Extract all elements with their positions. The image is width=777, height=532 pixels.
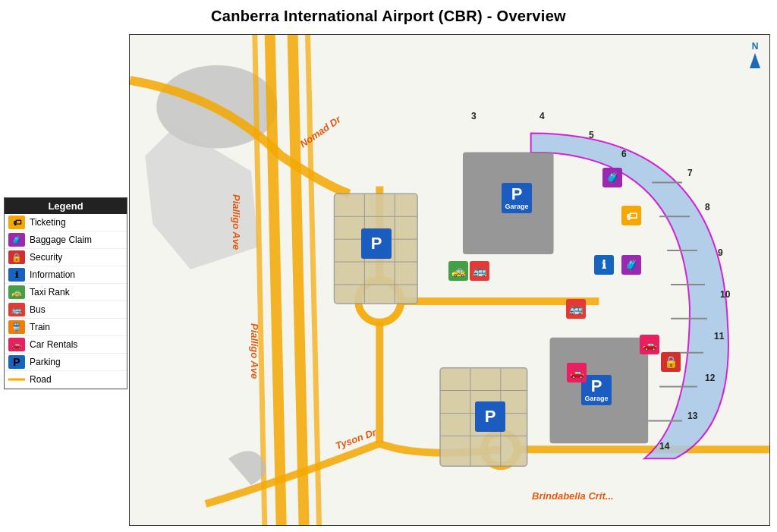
car-rentals-icon: 🚗 bbox=[8, 338, 25, 351]
map-icon-baggage-claim-upper: 🧳 bbox=[602, 168, 622, 187]
train-icon: 🚆 bbox=[8, 320, 25, 334]
gate-10: 10 bbox=[720, 289, 730, 300]
legend-item-car-rentals: 🚗 Car Rentals bbox=[5, 336, 127, 354]
legend-item-parking: P Parking bbox=[5, 354, 127, 371]
gate-3: 3 bbox=[471, 111, 477, 121]
map-icon-baggage-claim-lower: 🧳 bbox=[621, 255, 641, 275]
road-label-pialligo-ave-2: Pialligo Ave bbox=[249, 323, 260, 379]
map-icon-ticketing: 🏷 bbox=[621, 206, 641, 225]
legend-title: Legend bbox=[5, 198, 127, 214]
information-icon: ℹ bbox=[8, 268, 25, 282]
page-title: Canberra International Airport (CBR) - O… bbox=[0, 0, 777, 30]
gate-14: 14 bbox=[659, 441, 669, 452]
north-arrow: N bbox=[750, 41, 760, 68]
map-icon-bus-lower: 🚌 bbox=[566, 299, 586, 319]
gate-7: 7 bbox=[687, 168, 693, 178]
legend-item-taxi-rank: 🚕 Taxi Rank bbox=[5, 284, 127, 301]
map-icon-taxi-upper: 🚕 bbox=[448, 261, 468, 281]
taxi-icon: 🚕 bbox=[8, 285, 25, 299]
legend-item-baggage-claim: 🧳 Baggage Claim bbox=[5, 231, 127, 249]
security-icon: 🔒 bbox=[8, 250, 25, 264]
parking-sign-garage-upper: P Garage bbox=[502, 183, 532, 213]
gate-6: 6 bbox=[621, 149, 627, 159]
legend-item-train: 🚆 Train bbox=[5, 319, 127, 336]
gate-8: 8 bbox=[705, 202, 710, 212]
map-icon-taxi-lower: 🚗 bbox=[567, 363, 587, 382]
north-arrow-icon bbox=[750, 53, 760, 68]
map-container: N P P Garage P Garage P Nomad Dr Piallig… bbox=[129, 34, 770, 526]
legend-item-security: 🔒 Security bbox=[5, 249, 127, 266]
legend-item-road: Road bbox=[5, 371, 127, 389]
gate-12: 12 bbox=[705, 373, 715, 383]
gate-13: 13 bbox=[687, 411, 697, 421]
legend-item-information: ℹ Information bbox=[5, 266, 127, 284]
legend-item-ticketing: 🏷 Ticketing bbox=[5, 214, 127, 231]
parking-sign-lower: P bbox=[475, 401, 505, 432]
gate-5: 5 bbox=[589, 130, 594, 140]
legend-item-bus: 🚌 Bus bbox=[5, 301, 127, 319]
road-label-pialligo-ave-1: Pialligo Ave bbox=[231, 194, 242, 250]
map-icon-security: 🔒 bbox=[661, 352, 681, 372]
map-icon-car-rental: 🚗 bbox=[640, 335, 659, 354]
map-icon-information: ℹ bbox=[594, 255, 614, 275]
baggage-claim-icon: 🧳 bbox=[8, 233, 25, 247]
ticketing-icon: 🏷 bbox=[8, 216, 25, 229]
gate-9: 9 bbox=[718, 247, 723, 258]
legend: Legend 🏷 Ticketing 🧳 Baggage Claim 🔒 Sec… bbox=[4, 197, 127, 389]
bus-icon: 🚌 bbox=[8, 303, 25, 316]
parking-icon: P bbox=[8, 355, 25, 369]
north-label: N bbox=[752, 41, 759, 52]
parking-sign-upper-left: P bbox=[361, 228, 392, 259]
gate-11: 11 bbox=[714, 331, 724, 342]
map-icon-bus-upper: 🚌 bbox=[470, 261, 489, 281]
road-icon bbox=[8, 373, 25, 386]
gate-4: 4 bbox=[539, 111, 545, 121]
road-label-brindabella: Brindabella Crit... bbox=[532, 490, 614, 502]
